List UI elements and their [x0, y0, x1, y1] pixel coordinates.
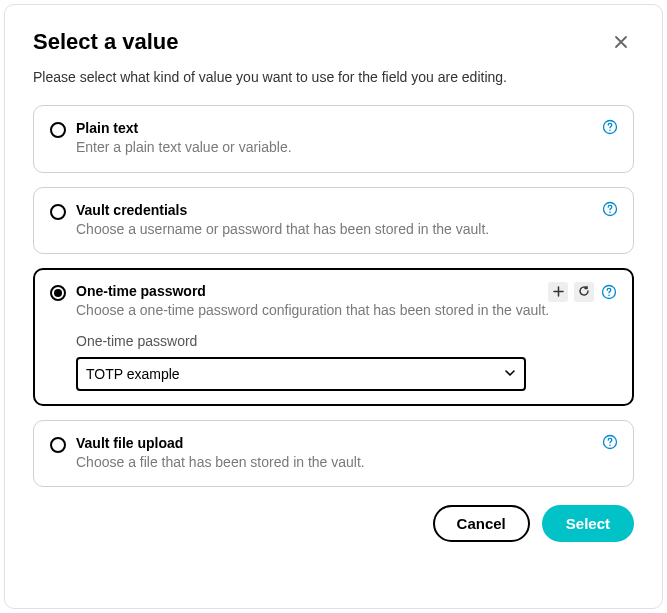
select-value-modal: Select a value Please select what kind o…	[4, 4, 663, 609]
select-button[interactable]: Select	[542, 505, 634, 542]
otp-form: One-time password TOTP example	[76, 333, 617, 391]
option-desc-plain-text: Enter a plain text value or variable.	[76, 138, 617, 158]
modal-header: Select a value	[33, 29, 634, 55]
radio-vault-file[interactable]	[50, 437, 66, 453]
modal-footer: Cancel Select	[33, 505, 634, 542]
option-otp[interactable]: One-time password Choose a one-time pass…	[33, 268, 634, 406]
svg-point-5	[608, 295, 610, 297]
otp-select[interactable]: TOTP example	[86, 366, 504, 382]
option-desc-otp: Choose a one-time password configuration…	[76, 301, 617, 321]
help-icon[interactable]	[601, 433, 619, 451]
plus-icon	[553, 285, 564, 300]
option-title-vault-file: Vault file upload	[76, 435, 617, 451]
option-desc-vault-file: Choose a file that has been stored in th…	[76, 453, 617, 473]
option-title-vault-credentials: Vault credentials	[76, 202, 617, 218]
help-icon[interactable]	[601, 118, 619, 136]
modal-title: Select a value	[33, 29, 179, 55]
svg-point-1	[609, 130, 611, 132]
modal-subtitle: Please select what kind of value you wan…	[33, 69, 634, 85]
otp-select-wrap[interactable]: TOTP example	[76, 357, 526, 391]
option-plain-text[interactable]: Plain text Enter a plain text value or v…	[33, 105, 634, 173]
svg-point-7	[609, 444, 611, 446]
add-button[interactable]	[548, 282, 568, 302]
help-icon[interactable]	[601, 200, 619, 218]
refresh-icon	[578, 285, 590, 300]
radio-vault-credentials[interactable]	[50, 204, 66, 220]
option-title-otp: One-time password	[76, 283, 617, 299]
option-vault-file[interactable]: Vault file upload Choose a file that has…	[33, 420, 634, 488]
chevron-down-icon	[504, 365, 516, 383]
option-desc-vault-credentials: Choose a username or password that has b…	[76, 220, 617, 240]
help-icon[interactable]	[600, 283, 618, 301]
close-icon	[612, 39, 630, 54]
refresh-button[interactable]	[574, 282, 594, 302]
close-button[interactable]	[608, 29, 634, 55]
radio-plain-text[interactable]	[50, 122, 66, 138]
option-title-plain-text: Plain text	[76, 120, 617, 136]
otp-field-label: One-time password	[76, 333, 617, 349]
cancel-button[interactable]: Cancel	[433, 505, 530, 542]
radio-otp[interactable]	[50, 285, 66, 301]
option-vault-credentials[interactable]: Vault credentials Choose a username or p…	[33, 187, 634, 255]
svg-point-3	[609, 211, 611, 213]
